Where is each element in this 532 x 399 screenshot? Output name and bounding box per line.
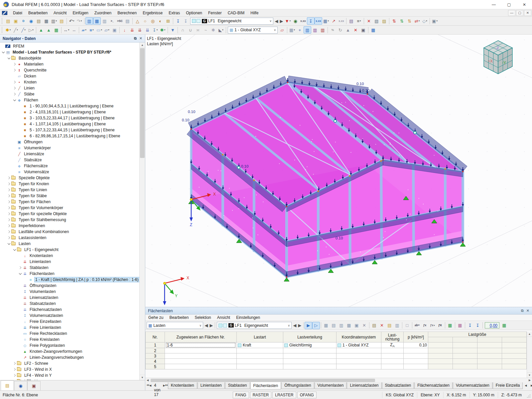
tree-item[interactable]: ▲Knoten-Zwangsverformungen: [0, 348, 139, 354]
dock-panel-icon[interactable]: ▥: [101, 17, 108, 25]
tree-item[interactable]: ⇊Flächensatzlasten: [0, 307, 139, 313]
combo-caret-icon[interactable]: ∨: [286, 324, 290, 327]
tree-expander-icon[interactable]: [7, 200, 11, 204]
child-minimize-button[interactable]: —: [508, 10, 515, 16]
tree-item[interactable]: LF3 - Wind in X: [0, 366, 139, 372]
tab-volumensatzlasten[interactable]: Volumensatzlasten: [453, 382, 492, 389]
cell-p[interactable]: 0.10: [404, 342, 428, 348]
new-block-icon[interactable]: ▣: [111, 26, 118, 34]
surfaces-input[interactable]: 1-6: [166, 343, 235, 347]
tab-linienlasten[interactable]: Linienlasten: [198, 382, 225, 389]
tree-expander-icon[interactable]: [7, 242, 11, 246]
load-case-selector[interactable]: GLF1Eigengewicht∨: [217, 322, 292, 329]
table-hscrollbar[interactable]: ◀ ▶: [145, 378, 532, 382]
console-panel-icon[interactable]: >_: [108, 17, 116, 25]
tree-item[interactable]: LF5 - Vorspannung: [0, 378, 139, 380]
cell-lastgroesse[interactable]: [453, 348, 477, 353]
comments-icon[interactable]: ▤: [58, 17, 66, 25]
tree-item[interactable]: ⇊Stablasten: [0, 265, 139, 271]
tree-item[interactable]: Lastassistenten: [0, 235, 139, 241]
dimension-x-icon[interactable]: ↔▾: [63, 26, 70, 34]
table-color-icon[interactable]: ▦: [345, 322, 353, 329]
tree-expander-icon[interactable]: [18, 266, 22, 270]
model-scene[interactable]: XZXYZ0.100.100.100.100.100.10+X-Y-Z: [145, 35, 532, 307]
table-menu-ansicht[interactable]: Ansicht: [214, 315, 233, 321]
cell-lastgroesse[interactable]: [453, 359, 477, 364]
table-row[interactable]: 3: [146, 353, 527, 359]
sync-selection-icon[interactable]: ▷: [312, 322, 320, 329]
filter-loads-icon[interactable]: ▼▾: [284, 17, 292, 25]
cell-lastgroesse[interactable]: [502, 348, 527, 353]
table-menu-selektion[interactable]: Selektion: [192, 315, 214, 321]
table-float-icon[interactable]: ⧉: [521, 309, 524, 313]
tab-liniensatzlasten[interactable]: Liniensatzlasten: [347, 382, 381, 389]
next-load-case-icon[interactable]: ▶: [279, 17, 284, 25]
load-case-selector[interactable]: GLF1Eigengewicht∨: [190, 18, 273, 25]
cell-lastgroesse[interactable]: [453, 342, 477, 348]
menu-bearbeiten[interactable]: Bearbeiten: [25, 9, 51, 17]
cell-lastgroesse[interactable]: [502, 353, 527, 359]
cell-lastart[interactable]: Kraft: [237, 342, 283, 348]
next-table-icon[interactable]: ▶: [209, 322, 214, 329]
tree-expander-icon[interactable]: [13, 68, 17, 72]
cell-verteilung[interactable]: [283, 348, 336, 353]
new-support-icon[interactable]: ▲: [37, 26, 45, 34]
tree-item[interactable]: ◇Freie Polygonlasten: [0, 342, 139, 348]
view-reverse-x-icon[interactable]: ⇄▾: [413, 17, 421, 25]
render-edit-icon[interactable]: ▨: [380, 17, 388, 25]
tree-item[interactable]: Typen für Flächen: [0, 199, 139, 205]
row-number-cell[interactable]: 2: [146, 348, 165, 353]
tab-knotenlasten[interactable]: Knotenlasten: [168, 382, 197, 389]
tree-item[interactable]: ○Freie Kreislasten: [0, 336, 139, 342]
tree-item[interactable]: ■3 - 103,5,22,33,44,17 | Lastübertragung…: [0, 115, 139, 121]
cell-p[interactable]: [404, 353, 428, 359]
cell-surfaces[interactable]: [165, 348, 237, 353]
load-value-field[interactable]: 0,00: [485, 322, 499, 329]
tree-item[interactable]: IQuerschnitte: [0, 67, 139, 73]
undo-icon[interactable]: ↶▾: [68, 17, 75, 25]
show-loads-icon[interactable]: ↧: [307, 17, 315, 25]
tree-item[interactable]: LF2 - Schnee: [0, 360, 139, 366]
rotate-snap-icon[interactable]: ↻: [336, 26, 344, 34]
jump-prev-icon[interactable]: ↧: [466, 322, 474, 329]
zoom-cancel-icon[interactable]: ✕: [365, 17, 373, 25]
maximize-button[interactable]: ▢: [501, 0, 517, 9]
cancel-mode-icon[interactable]: ✕: [352, 26, 359, 34]
scroll-up-icon[interactable]: ▲: [140, 43, 145, 48]
navigator-panel-icon[interactable]: ▥: [85, 17, 93, 25]
cell-verteilung[interactable]: [283, 353, 336, 359]
tree-expander-icon[interactable]: [7, 236, 11, 240]
tree-expander-icon[interactable]: [7, 206, 11, 210]
new-section-icon[interactable]: ▱▾: [103, 26, 111, 34]
table-row[interactable]: 11-6KraftGleichförmig1 - Global XYZZA0.1…: [146, 342, 527, 348]
menu-extras[interactable]: Extras: [166, 9, 183, 17]
scroll-down-icon[interactable]: ▼: [140, 375, 145, 380]
navigator-data-tab[interactable]: ▤: [1, 380, 14, 390]
cell-richtung[interactable]: [381, 353, 404, 359]
cell-surfaces[interactable]: [165, 364, 237, 369]
tree-item[interactable]: •Knoten: [0, 79, 139, 85]
sc-panel-icon[interactable]: >SC: [116, 17, 124, 25]
tree-item[interactable]: ■1 - Kraft | Gleichförmig | ZA | p : 0.1…: [0, 277, 139, 283]
fx-edit-icon[interactable]: ƒx: [421, 322, 429, 329]
tree-expander-icon[interactable]: [7, 224, 11, 228]
menu-einfgen[interactable]: Einfügen: [69, 9, 91, 17]
tree-item[interactable]: ■1 - 90,100,94,4,5,3,1 | Lastübertragung…: [0, 103, 139, 109]
cell-lastgroesse[interactable]: [477, 353, 502, 359]
tree-expander-icon[interactable]: [7, 176, 11, 180]
prev-table-icon[interactable]: ◀: [204, 322, 209, 329]
cell-lastgroesse[interactable]: [502, 359, 527, 364]
abc-check-icon[interactable]: ab=: [413, 322, 421, 329]
tree-item[interactable]: LF4 - Wind in Y: [0, 372, 139, 378]
snap-node-icon[interactable]: ↧: [174, 17, 182, 25]
tree-item[interactable]: ■5 - 107,3,22,33,44,15 | Lastübertragung…: [0, 127, 139, 133]
web-service-icon[interactable]: ◉: [27, 17, 35, 25]
table-close-icon[interactable]: ✕: [526, 309, 529, 313]
load-info-icon[interactable]: ◉: [292, 17, 299, 25]
select-ring-icon[interactable]: ◎: [149, 17, 157, 25]
prev-lc-icon[interactable]: ◀: [292, 322, 297, 329]
coordinate-system-selector[interactable]: ▦1 - Global XYZ∨: [228, 27, 278, 34]
snap-guideline-icon[interactable]: ↧: [182, 17, 190, 25]
rfem-menu-icon[interactable]: [2, 11, 7, 15]
row-number-cell[interactable]: 4: [146, 359, 165, 364]
